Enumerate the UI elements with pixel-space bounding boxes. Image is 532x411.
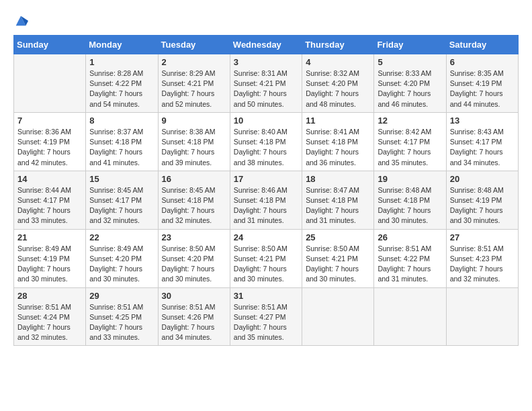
cell-info: Sunrise: 8:51 AM Sunset: 4:24 PM Dayligh… xyxy=(17,302,82,343)
day-number: 21 xyxy=(17,232,82,242)
calendar-cell: 22Sunrise: 8:49 AM Sunset: 4:20 PM Dayli… xyxy=(86,229,158,287)
calendar-cell: 9Sunrise: 8:38 AM Sunset: 4:18 PM Daylig… xyxy=(158,112,230,171)
header-thursday: Thursday xyxy=(302,36,374,54)
calendar-cell: 18Sunrise: 8:47 AM Sunset: 4:18 PM Dayli… xyxy=(302,171,374,229)
calendar-cell xyxy=(446,287,518,346)
calendar-cell xyxy=(374,287,446,346)
day-number: 27 xyxy=(450,232,515,242)
cell-info: Sunrise: 8:41 AM Sunset: 4:18 PM Dayligh… xyxy=(306,127,370,168)
header-saturday: Saturday xyxy=(446,36,518,54)
cell-info: Sunrise: 8:51 AM Sunset: 4:25 PM Dayligh… xyxy=(89,302,154,343)
day-number: 7 xyxy=(17,116,82,126)
day-number: 5 xyxy=(378,57,442,67)
calendar-table: SundayMondayTuesdayWednesdayThursdayFrid… xyxy=(13,35,519,346)
calendar-cell: 19Sunrise: 8:48 AM Sunset: 4:18 PM Dayli… xyxy=(374,171,446,229)
logo xyxy=(13,13,31,28)
cell-info: Sunrise: 8:36 AM Sunset: 4:19 PM Dayligh… xyxy=(17,127,82,168)
calendar-cell: 16Sunrise: 8:45 AM Sunset: 4:18 PM Dayli… xyxy=(158,171,230,229)
calendar-cell: 21Sunrise: 8:49 AM Sunset: 4:19 PM Dayli… xyxy=(14,229,86,287)
cell-info: Sunrise: 8:51 AM Sunset: 4:22 PM Dayligh… xyxy=(378,244,442,285)
calendar-cell: 28Sunrise: 8:51 AM Sunset: 4:24 PM Dayli… xyxy=(14,287,86,346)
day-number: 6 xyxy=(450,57,515,67)
calendar-cell: 23Sunrise: 8:50 AM Sunset: 4:20 PM Dayli… xyxy=(158,229,230,287)
day-number: 12 xyxy=(378,116,442,126)
day-number: 1 xyxy=(89,57,154,67)
calendar-cell: 15Sunrise: 8:45 AM Sunset: 4:17 PM Dayli… xyxy=(86,171,158,229)
cell-info: Sunrise: 8:31 AM Sunset: 4:21 PM Dayligh… xyxy=(234,68,298,109)
header-monday: Monday xyxy=(86,36,158,54)
day-number: 15 xyxy=(89,174,154,184)
calendar-cell: 4Sunrise: 8:32 AM Sunset: 4:20 PM Daylig… xyxy=(302,54,374,113)
calendar-cell: 29Sunrise: 8:51 AM Sunset: 4:25 PM Dayli… xyxy=(86,287,158,346)
cell-info: Sunrise: 8:45 AM Sunset: 4:17 PM Dayligh… xyxy=(89,185,154,226)
cell-info: Sunrise: 8:50 AM Sunset: 4:21 PM Dayligh… xyxy=(234,244,298,285)
day-number: 14 xyxy=(17,174,82,184)
cell-info: Sunrise: 8:45 AM Sunset: 4:18 PM Dayligh… xyxy=(162,185,226,226)
cell-info: Sunrise: 8:49 AM Sunset: 4:19 PM Dayligh… xyxy=(17,244,82,285)
day-number: 28 xyxy=(17,291,82,301)
calendar-cell: 25Sunrise: 8:50 AM Sunset: 4:21 PM Dayli… xyxy=(302,229,374,287)
day-number: 29 xyxy=(89,291,154,301)
header-wednesday: Wednesday xyxy=(230,36,302,54)
header-sunday: Sunday xyxy=(14,36,86,54)
calendar-cell: 2Sunrise: 8:29 AM Sunset: 4:21 PM Daylig… xyxy=(158,54,230,113)
calendar-cell: 20Sunrise: 8:48 AM Sunset: 4:19 PM Dayli… xyxy=(446,171,518,229)
cell-info: Sunrise: 8:49 AM Sunset: 4:20 PM Dayligh… xyxy=(89,244,154,285)
day-number: 9 xyxy=(162,116,226,126)
cell-info: Sunrise: 8:50 AM Sunset: 4:21 PM Dayligh… xyxy=(306,244,370,285)
day-number: 16 xyxy=(162,174,226,184)
cell-info: Sunrise: 8:43 AM Sunset: 4:17 PM Dayligh… xyxy=(450,127,515,168)
calendar-cell: 5Sunrise: 8:33 AM Sunset: 4:20 PM Daylig… xyxy=(374,54,446,113)
calendar-cell: 3Sunrise: 8:31 AM Sunset: 4:21 PM Daylig… xyxy=(230,54,302,113)
day-number: 23 xyxy=(162,232,226,242)
day-number: 10 xyxy=(234,116,298,126)
cell-info: Sunrise: 8:48 AM Sunset: 4:19 PM Dayligh… xyxy=(450,185,515,226)
calendar-cell: 11Sunrise: 8:41 AM Sunset: 4:18 PM Dayli… xyxy=(302,112,374,171)
cell-info: Sunrise: 8:46 AM Sunset: 4:18 PM Dayligh… xyxy=(234,185,298,226)
day-number: 19 xyxy=(378,174,442,184)
logo-icon xyxy=(13,13,28,28)
header-tuesday: Tuesday xyxy=(158,36,230,54)
day-number: 4 xyxy=(306,57,370,67)
calendar-cell: 10Sunrise: 8:40 AM Sunset: 4:18 PM Dayli… xyxy=(230,112,302,171)
calendar-cell xyxy=(14,54,86,113)
calendar-cell: 7Sunrise: 8:36 AM Sunset: 4:19 PM Daylig… xyxy=(14,112,86,171)
calendar-cell: 24Sunrise: 8:50 AM Sunset: 4:21 PM Dayli… xyxy=(230,229,302,287)
calendar-header-row: SundayMondayTuesdayWednesdayThursdayFrid… xyxy=(14,36,519,54)
calendar-cell: 17Sunrise: 8:46 AM Sunset: 4:18 PM Dayli… xyxy=(230,171,302,229)
calendar-cell: 8Sunrise: 8:37 AM Sunset: 4:18 PM Daylig… xyxy=(86,112,158,171)
day-number: 3 xyxy=(234,57,298,67)
day-number: 30 xyxy=(162,291,226,301)
cell-info: Sunrise: 8:44 AM Sunset: 4:17 PM Dayligh… xyxy=(17,185,82,226)
day-number: 20 xyxy=(450,174,515,184)
day-number: 24 xyxy=(234,232,298,242)
cell-info: Sunrise: 8:32 AM Sunset: 4:20 PM Dayligh… xyxy=(306,68,370,109)
day-number: 13 xyxy=(450,116,515,126)
calendar-cell: 1Sunrise: 8:28 AM Sunset: 4:22 PM Daylig… xyxy=(86,54,158,113)
day-number: 17 xyxy=(234,174,298,184)
week-row-3: 21Sunrise: 8:49 AM Sunset: 4:19 PM Dayli… xyxy=(14,229,519,287)
week-row-1: 7Sunrise: 8:36 AM Sunset: 4:19 PM Daylig… xyxy=(14,112,519,171)
day-number: 11 xyxy=(306,116,370,126)
cell-info: Sunrise: 8:29 AM Sunset: 4:21 PM Dayligh… xyxy=(162,68,226,109)
calendar-cell: 14Sunrise: 8:44 AM Sunset: 4:17 PM Dayli… xyxy=(14,171,86,229)
week-row-0: 1Sunrise: 8:28 AM Sunset: 4:22 PM Daylig… xyxy=(14,54,519,113)
cell-info: Sunrise: 8:42 AM Sunset: 4:17 PM Dayligh… xyxy=(378,127,442,168)
calendar-cell: 31Sunrise: 8:51 AM Sunset: 4:27 PM Dayli… xyxy=(230,287,302,346)
cell-info: Sunrise: 8:35 AM Sunset: 4:19 PM Dayligh… xyxy=(450,68,515,109)
page-header xyxy=(13,13,519,28)
calendar-cell: 27Sunrise: 8:51 AM Sunset: 4:23 PM Dayli… xyxy=(446,229,518,287)
calendar-cell xyxy=(302,287,374,346)
week-row-2: 14Sunrise: 8:44 AM Sunset: 4:17 PM Dayli… xyxy=(14,171,519,229)
calendar-cell: 26Sunrise: 8:51 AM Sunset: 4:22 PM Dayli… xyxy=(374,229,446,287)
cell-info: Sunrise: 8:51 AM Sunset: 4:26 PM Dayligh… xyxy=(162,302,226,343)
day-number: 18 xyxy=(306,174,370,184)
cell-info: Sunrise: 8:51 AM Sunset: 4:27 PM Dayligh… xyxy=(234,302,298,343)
day-number: 31 xyxy=(234,291,298,301)
cell-info: Sunrise: 8:50 AM Sunset: 4:20 PM Dayligh… xyxy=(162,244,226,285)
week-row-4: 28Sunrise: 8:51 AM Sunset: 4:24 PM Dayli… xyxy=(14,287,519,346)
calendar-cell: 12Sunrise: 8:42 AM Sunset: 4:17 PM Dayli… xyxy=(374,112,446,171)
cell-info: Sunrise: 8:40 AM Sunset: 4:18 PM Dayligh… xyxy=(234,127,298,168)
day-number: 8 xyxy=(89,116,154,126)
cell-info: Sunrise: 8:47 AM Sunset: 4:18 PM Dayligh… xyxy=(306,185,370,226)
